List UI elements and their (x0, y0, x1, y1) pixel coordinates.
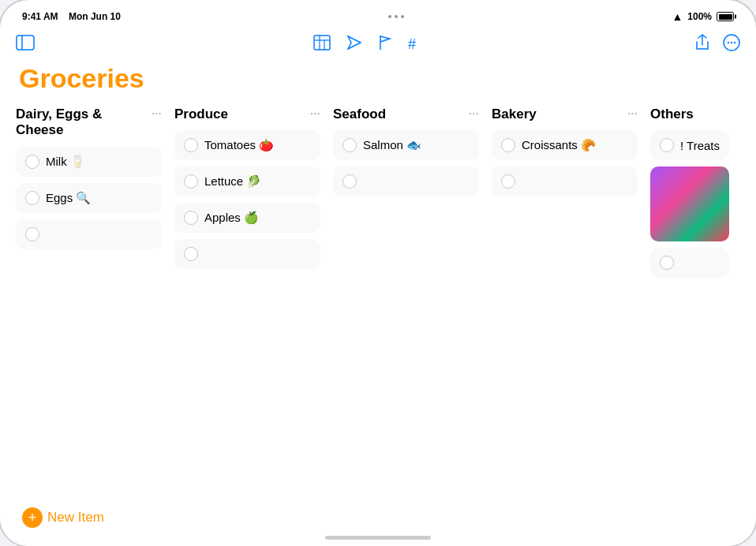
column-more-produce[interactable]: ··· (307, 107, 320, 121)
new-item-label: New Item (47, 510, 104, 525)
item-checkbox[interactable] (342, 174, 357, 189)
column-more-seafood[interactable]: ··· (466, 107, 479, 121)
list-item[interactable]: Apples 🍏 (174, 203, 320, 233)
item-label: Lettuce 🥬 (204, 174, 261, 189)
dot1 (388, 15, 391, 18)
item-checkbox[interactable] (342, 138, 357, 152)
column-title-produce: Produce (174, 107, 307, 122)
status-right: ▲ 100% (672, 10, 734, 23)
item-label-treats: ! Treats for (680, 139, 720, 152)
status-bar: 9:41 AM Mon Jun 10 ▲ 100% (0, 0, 756, 28)
status-center-dots (388, 15, 404, 18)
plus-symbol: + (28, 510, 37, 525)
svg-marker-6 (348, 36, 361, 49)
column-header-others: Others (650, 107, 729, 122)
list-item[interactable]: Milk 🥛 (16, 147, 162, 177)
item-checkbox[interactable] (25, 155, 39, 169)
list-item[interactable]: Croissants 🥐 (492, 130, 638, 160)
status-time: 9:41 AM Mon Jun 10 (22, 11, 121, 22)
list-item[interactable]: Salmon 🐟 (333, 130, 479, 160)
others-image (650, 166, 729, 241)
item-checkbox[interactable] (184, 138, 198, 152)
time: 9:41 AM (22, 11, 58, 22)
battery-fill (719, 14, 732, 20)
item-label: Salmon 🐟 (363, 138, 421, 152)
list-item[interactable]: Lettuce 🥬 (174, 166, 320, 196)
list-item-treats[interactable]: ! Treats for (650, 130, 729, 160)
item-label: Tomatoes 🍅 (204, 138, 274, 152)
column-title-others: Others (650, 107, 729, 122)
wifi-icon: ▲ (672, 10, 683, 23)
toolbar-right (694, 34, 740, 55)
dot2 (395, 15, 398, 18)
battery-percent: 100% (687, 11, 712, 22)
dot3 (401, 15, 404, 18)
list-item-empty[interactable] (174, 239, 320, 269)
column-header-dairy: Dairy, Eggs & Cheese ··· (16, 107, 162, 139)
sidebar-toggle-icon[interactable] (16, 35, 35, 54)
column-more-dairy[interactable]: ··· (148, 107, 162, 121)
list-item-empty[interactable] (16, 219, 162, 249)
column-dairy: Dairy, Eggs & Cheese ··· Milk 🥛 Eggs 🔍 (16, 107, 162, 256)
column-seafood: Seafood ··· Salmon 🐟 (333, 107, 479, 203)
battery-body (717, 12, 734, 21)
new-item-plus-icon: + (22, 507, 43, 528)
svg-rect-2 (314, 36, 330, 50)
main-content: Groceries Dairy, Eggs & Cheese ··· Milk … (0, 63, 756, 499)
table-view-icon[interactable] (313, 35, 331, 54)
column-header-seafood: Seafood ··· (333, 107, 479, 122)
item-checkbox[interactable] (25, 191, 39, 205)
list-item[interactable]: Eggs 🔍 (16, 183, 162, 213)
item-checkbox[interactable] (25, 227, 39, 241)
item-checkbox[interactable] (501, 138, 515, 152)
svg-rect-0 (17, 36, 34, 50)
column-header-produce: Produce ··· (174, 107, 320, 122)
item-checkbox[interactable] (184, 247, 198, 261)
column-title-bakery: Bakery (492, 107, 624, 122)
column-title-dairy: Dairy, Eggs & Cheese (16, 107, 148, 139)
new-item-button[interactable]: + New Item (22, 507, 104, 528)
date: Mon Jun 10 (69, 11, 121, 22)
column-others: Others ! Treats for (650, 107, 729, 284)
more-options-icon[interactable] (723, 34, 740, 55)
svg-point-9 (728, 41, 729, 43)
device-frame: 9:41 AM Mon Jun 10 ▲ 100% (0, 0, 756, 546)
item-checkbox[interactable] (184, 211, 198, 225)
column-bakery: Bakery ··· Croissants 🥐 (492, 107, 638, 203)
item-checkbox[interactable] (660, 138, 674, 152)
columns-container: Dairy, Eggs & Cheese ··· Milk 🥛 Eggs 🔍 (16, 107, 740, 284)
home-indicator (325, 536, 431, 540)
item-label: Croissants 🥐 (522, 138, 596, 152)
hashtag-icon[interactable]: # (408, 36, 416, 53)
navigate-icon[interactable] (346, 35, 362, 54)
toolbar: # (0, 28, 756, 63)
list-item[interactable]: Tomatoes 🍅 (174, 130, 320, 160)
column-header-bakery: Bakery ··· (492, 107, 638, 122)
item-label: Milk 🥛 (46, 155, 85, 169)
column-title-seafood: Seafood (333, 107, 466, 122)
item-checkbox[interactable] (501, 174, 515, 189)
battery-icon (717, 12, 734, 21)
svg-point-10 (731, 41, 732, 43)
item-checkbox[interactable] (184, 174, 198, 189)
toolbar-left (16, 35, 35, 54)
list-item-empty[interactable] (333, 166, 479, 196)
item-checkbox[interactable] (660, 256, 674, 270)
list-item-empty[interactable] (492, 166, 638, 196)
flag-icon[interactable] (378, 35, 392, 54)
page-title: Groceries (16, 63, 740, 94)
column-more-bakery[interactable]: ··· (624, 107, 638, 121)
column-produce: Produce ··· Tomatoes 🍅 Lettuce 🥬 Apples … (174, 107, 320, 275)
item-label: Eggs 🔍 (46, 191, 91, 205)
share-icon[interactable] (694, 34, 710, 55)
list-item-empty[interactable] (650, 248, 729, 278)
svg-point-11 (734, 41, 735, 43)
toolbar-center: # (313, 35, 416, 54)
item-label: Apples 🍏 (204, 211, 259, 225)
